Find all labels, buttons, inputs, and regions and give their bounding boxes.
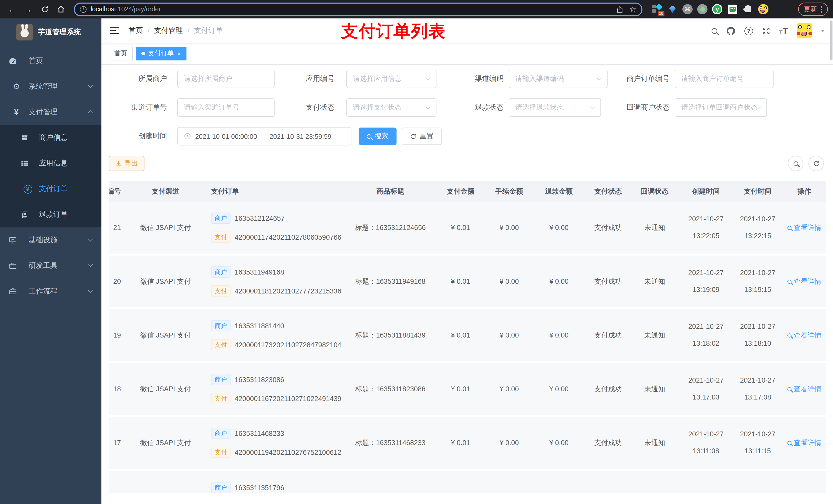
- chevron-down-icon: [88, 236, 93, 241]
- notify-status: 未通知: [632, 223, 677, 232]
- refresh-icon: [813, 160, 819, 167]
- extension-icon-dot[interactable]: [697, 4, 708, 14]
- dot-glyph: [700, 7, 705, 11]
- screen: ← → i localhost:1024/pay/order ☆ 10 ⌘ y: [0, 0, 833, 504]
- merchant-order-no-input[interactable]: 请输入商户订单编号: [675, 70, 774, 88]
- pay-order-cell: 商户1635311468233 支付4200001194202110276752…: [207, 428, 344, 458]
- channel-order-no-input[interactable]: 请输入渠道订单号: [177, 98, 275, 117]
- breadcrumb: 首页 / 支付管理 / 支付订单: [128, 26, 223, 35]
- chevron-down-icon: [88, 83, 93, 88]
- fee-amount: ¥ 0.00: [485, 331, 534, 339]
- sidebar-item-system[interactable]: ⚙ 系统管理: [0, 74, 101, 99]
- sidebar-item-refund-order[interactable]: 退款订单: [0, 202, 101, 227]
- diamond-square-1: [652, 4, 656, 8]
- view-detail-link[interactable]: 查看详情: [787, 331, 822, 340]
- user-menu-caret-icon[interactable]: [821, 29, 825, 32]
- page-content: 所属商户 请选择所属商户 应用编号 请选择应用信息 渠道编码 请输入渠道编码 商…: [101, 65, 833, 493]
- bookmark-star-icon[interactable]: ☆: [629, 5, 636, 14]
- help-icon[interactable]: ?: [744, 26, 753, 35]
- site-info-icon[interactable]: i: [80, 6, 87, 13]
- sidebar-toggle-icon[interactable]: [110, 27, 119, 34]
- refund-amount: ¥ 0.00: [534, 278, 584, 285]
- extension-icon-chat[interactable]: [727, 4, 738, 15]
- extension-icon-diamond[interactable]: 10: [652, 4, 662, 15]
- app-select[interactable]: 请选择应用信息: [346, 70, 436, 88]
- refund-status-select[interactable]: 请选择退款状态: [509, 98, 601, 117]
- fullscreen-icon[interactable]: [762, 26, 770, 35]
- back-icon[interactable]: ←: [5, 3, 19, 16]
- merchant-order-no: 1635311468233: [235, 430, 284, 437]
- col-header-amount: 支付金额: [436, 187, 485, 196]
- sidebar-item-merchant-info[interactable]: 商户信息: [0, 125, 101, 150]
- refresh-icon: [410, 133, 416, 140]
- breadcrumb-section[interactable]: 支付管理: [154, 26, 183, 35]
- view-detail-link[interactable]: 查看详情: [787, 438, 822, 448]
- share-icon[interactable]: [616, 5, 623, 13]
- goods-title: 标题：1635312124656: [344, 223, 436, 232]
- reset-button[interactable]: 重置: [402, 127, 442, 145]
- address-bar[interactable]: i localhost:1024/pay/order ☆: [74, 2, 642, 16]
- reload-icon[interactable]: [38, 3, 51, 16]
- app-logo-row[interactable]: 芋道管理系统: [0, 19, 101, 46]
- sidebar-item-app-info[interactable]: 应用信息: [0, 150, 101, 176]
- action-cell: 查看详情: [781, 331, 828, 340]
- forward-icon[interactable]: →: [22, 3, 35, 16]
- placeholder: 请选择订单回调商户状态: [681, 103, 757, 112]
- view-detail-link[interactable]: 查看详情: [787, 277, 822, 286]
- table-toolbar: 导出: [109, 156, 826, 171]
- sidebar-item-pay[interactable]: ¥ 支付管理: [0, 99, 101, 125]
- tab-home[interactable]: 首页: [109, 47, 133, 61]
- placeholder: 请选择支付状态: [353, 103, 426, 112]
- tab-pay-order[interactable]: 支付订单 ×: [136, 47, 187, 61]
- channel-code-select[interactable]: 请输入渠道编码: [509, 70, 608, 88]
- sidebar-item-home[interactable]: 首页: [0, 48, 101, 74]
- extension-icon-command[interactable]: ⌘: [682, 4, 693, 14]
- merchant-select[interactable]: 请选择所属商户: [177, 70, 275, 88]
- sidebar-item-infra[interactable]: 基础设施: [0, 227, 101, 253]
- github-icon[interactable]: [726, 26, 736, 35]
- search-toggle-button[interactable]: [788, 156, 803, 171]
- gem-glyph: [669, 5, 676, 13]
- font-size-icon[interactable]: TT: [779, 26, 788, 35]
- refresh-button[interactable]: [808, 156, 824, 171]
- user-avatar[interactable]: [796, 23, 812, 39]
- extension-icon-puzzle[interactable]: [742, 4, 753, 15]
- extension-icon-gem[interactable]: [667, 4, 678, 15]
- notify-status: 未通知: [632, 438, 677, 448]
- sidebar-item-label: 支付管理: [29, 107, 57, 117]
- date-start: 2021-10-01 00:00:00: [195, 133, 257, 140]
- dashboard-icon: [11, 56, 22, 65]
- search-icon[interactable]: [712, 28, 717, 33]
- notify-status-select[interactable]: 请选择订单回调商户状态: [675, 98, 767, 117]
- create-time-range-picker[interactable]: 2021-10-01 00:00:00 - 2021-10-31 23:59:5…: [177, 127, 352, 145]
- create-time: 2021-10-2713:11:08: [677, 430, 735, 456]
- sidebar-item-dev-tools[interactable]: 研发工具: [0, 253, 101, 279]
- view-detail-link[interactable]: 查看详情: [787, 223, 822, 232]
- search-button[interactable]: 搜索: [359, 127, 397, 145]
- pay-status-select[interactable]: 请选择支付状态: [346, 98, 436, 117]
- table-row-partial: 商户1635311351796: [109, 471, 826, 493]
- scrollbar-thumb[interactable]: [830, 21, 832, 61]
- col-header-channel: 支付渠道: [124, 187, 207, 196]
- notify-status: 未通知: [632, 384, 677, 393]
- tab-close-icon[interactable]: ×: [177, 50, 181, 56]
- breadcrumb-home[interactable]: 首页: [128, 26, 143, 35]
- export-button[interactable]: 导出: [109, 156, 144, 171]
- browser-update-button[interactable]: 更新: [798, 3, 828, 16]
- magnifier-icon: [787, 387, 791, 391]
- toolbox-icon: [11, 262, 22, 270]
- extension-icon-y[interactable]: y: [712, 4, 722, 14]
- sidebar-item-pay-order[interactable]: ¥ 支付订单: [0, 176, 101, 202]
- filter-label-channel-order-no: 渠道订单号: [109, 103, 177, 112]
- action-cell: 查看详情: [781, 384, 828, 393]
- sidebar-item-label: 支付订单: [39, 184, 68, 194]
- view-detail-link[interactable]: 查看详情: [787, 384, 822, 393]
- home-icon[interactable]: [54, 3, 68, 16]
- extensions-area: 10 ⌘ y: [652, 4, 768, 15]
- pay-amount: ¥ 0.01: [436, 385, 485, 393]
- extension-icon-emoji[interactable]: [758, 4, 768, 15]
- goods-title: 标题：1635311881439: [344, 331, 436, 340]
- pay-tag: 支付: [211, 393, 231, 404]
- sidebar-item-workflow[interactable]: 工作流程: [0, 279, 101, 304]
- browser-menu-icon[interactable]: [821, 6, 822, 13]
